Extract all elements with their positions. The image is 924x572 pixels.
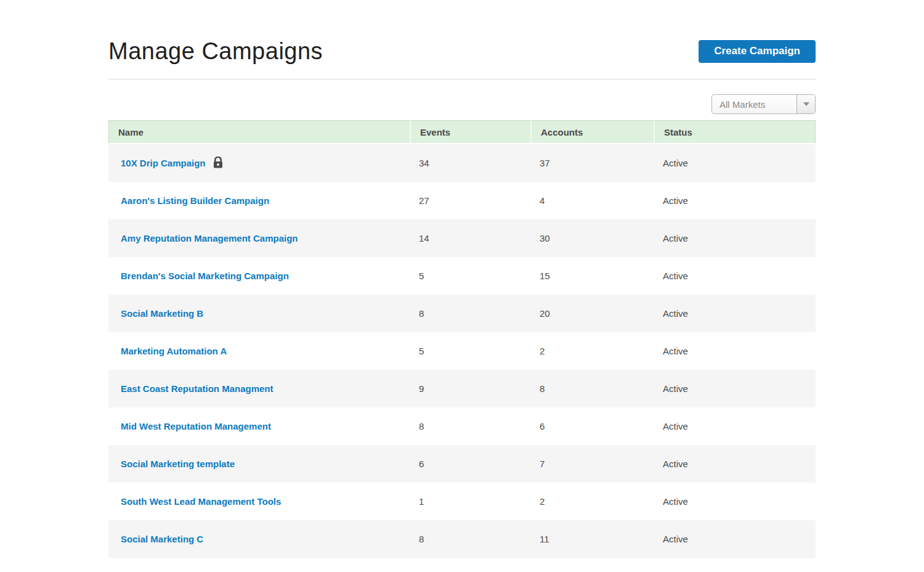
status-cell: Active bbox=[654, 219, 816, 257]
campaign-name-cell: 10X Drip Campaign bbox=[108, 144, 410, 182]
accounts-cell: 4 bbox=[530, 182, 654, 219]
campaign-name-cell: Amy Reputation Management Campaign bbox=[108, 219, 410, 257]
campaign-link[interactable]: Social Marketing template bbox=[121, 459, 235, 469]
events-cell: 5 bbox=[410, 257, 530, 295]
events-cell: 5 bbox=[410, 332, 530, 370]
accounts-cell: 11 bbox=[530, 520, 654, 558]
filter-row: All Markets bbox=[108, 94, 816, 114]
campaign-link[interactable]: 10X Drip Campaign bbox=[121, 158, 206, 168]
column-header-name: Name bbox=[108, 120, 410, 144]
campaign-name-cell: South West Lead Management Tools bbox=[108, 483, 410, 520]
market-filter-selected-value: All Markets bbox=[712, 95, 796, 113]
status-cell: Active bbox=[654, 257, 816, 295]
table-row: Amy Reputation Management Campaign 14 30… bbox=[108, 219, 816, 257]
status-cell: Active bbox=[654, 144, 816, 182]
accounts-cell: 20 bbox=[530, 295, 654, 332]
table-row: Aaron's Listing Builder Campaign 27 4 Ac… bbox=[108, 182, 816, 219]
campaign-name-cell: Mid West Reputation Management bbox=[108, 407, 410, 445]
campaign-name-cell: Aaron's Listing Builder Campaign bbox=[108, 182, 410, 219]
table-row: 10X Drip Campaign 34 37 Active bbox=[108, 144, 816, 182]
campaign-name-cell: Social Marketing B bbox=[108, 295, 410, 332]
accounts-cell: 7 bbox=[530, 445, 654, 483]
title-divider bbox=[108, 79, 816, 80]
status-cell: Active bbox=[654, 483, 816, 520]
page-header: Manage Campaigns Create Campaign bbox=[108, 37, 816, 65]
table-row: South West Lead Management Tools 1 2 Act… bbox=[108, 483, 816, 520]
caret-down-icon bbox=[803, 102, 809, 106]
campaign-link[interactable]: Brendan's Social Marketing Campaign bbox=[121, 271, 289, 281]
page-title: Manage Campaigns bbox=[108, 37, 323, 65]
events-cell: 1 bbox=[410, 483, 530, 520]
table-row: Social Marketing C 8 11 Active bbox=[108, 520, 816, 558]
column-header-events: Events bbox=[410, 120, 530, 144]
page-content: Manage Campaigns Create Campaign All Mar… bbox=[108, 0, 816, 558]
accounts-cell: 8 bbox=[530, 370, 654, 407]
campaign-link[interactable]: Amy Reputation Management Campaign bbox=[121, 233, 298, 243]
status-cell: Active bbox=[654, 182, 816, 219]
column-header-accounts: Accounts bbox=[530, 120, 654, 144]
events-cell: 8 bbox=[410, 295, 530, 332]
table-row: Mid West Reputation Management 8 6 Activ… bbox=[108, 407, 816, 445]
accounts-cell: 2 bbox=[530, 332, 654, 370]
campaign-name-cell: Brendan's Social Marketing Campaign bbox=[108, 257, 410, 295]
status-cell: Active bbox=[654, 445, 816, 483]
campaign-name-cell: East Coast Reputation Managment bbox=[108, 370, 410, 407]
campaign-link[interactable]: South West Lead Management Tools bbox=[121, 496, 281, 507]
table-header: Name Events Accounts Status bbox=[108, 120, 816, 144]
accounts-cell: 30 bbox=[530, 219, 654, 257]
dropdown-arrow-button[interactable] bbox=[796, 95, 815, 113]
campaign-link[interactable]: Marketing Automation A bbox=[121, 346, 227, 356]
accounts-cell: 37 bbox=[530, 144, 654, 182]
table-row: Brendan's Social Marketing Campaign 5 15… bbox=[108, 257, 816, 295]
events-cell: 9 bbox=[410, 370, 530, 407]
events-cell: 6 bbox=[410, 445, 530, 483]
market-filter-dropdown[interactable]: All Markets bbox=[711, 94, 816, 114]
campaign-name-cell: Social Marketing template bbox=[108, 445, 410, 483]
status-cell: Active bbox=[654, 520, 816, 558]
lock-icon bbox=[213, 157, 223, 170]
campaign-link[interactable]: East Coast Reputation Managment bbox=[121, 383, 274, 394]
campaign-name-cell: Social Marketing C bbox=[108, 520, 410, 558]
create-campaign-button[interactable]: Create Campaign bbox=[699, 40, 816, 63]
table-row: Social Marketing B 8 20 Active bbox=[108, 295, 816, 332]
events-cell: 8 bbox=[410, 520, 530, 558]
table-row: East Coast Reputation Managment 9 8 Acti… bbox=[108, 370, 816, 407]
status-cell: Active bbox=[654, 295, 816, 332]
table-row: Marketing Automation A 5 2 Active bbox=[108, 332, 816, 370]
accounts-cell: 6 bbox=[530, 407, 654, 445]
events-cell: 8 bbox=[410, 407, 530, 445]
column-header-status: Status bbox=[654, 120, 816, 144]
table-row: Social Marketing template 6 7 Active bbox=[108, 445, 816, 483]
campaign-link[interactable]: Aaron's Listing Builder Campaign bbox=[121, 195, 269, 206]
events-cell: 34 bbox=[410, 144, 530, 182]
campaign-name-cell: Marketing Automation A bbox=[108, 332, 410, 370]
status-cell: Active bbox=[654, 332, 816, 370]
campaign-link[interactable]: Social Marketing B bbox=[121, 308, 203, 319]
table-body: 10X Drip Campaign 34 37 Active Aaron's L… bbox=[108, 144, 816, 558]
campaign-link[interactable]: Mid West Reputation Management bbox=[121, 421, 271, 431]
events-cell: 27 bbox=[410, 182, 530, 219]
events-cell: 14 bbox=[410, 219, 530, 257]
accounts-cell: 2 bbox=[530, 483, 654, 520]
status-cell: Active bbox=[654, 370, 816, 407]
campaigns-table: Name Events Accounts Status 10X Drip Cam… bbox=[108, 120, 816, 558]
status-cell: Active bbox=[654, 407, 816, 445]
accounts-cell: 15 bbox=[530, 257, 654, 295]
campaign-link[interactable]: Social Marketing C bbox=[121, 534, 203, 544]
